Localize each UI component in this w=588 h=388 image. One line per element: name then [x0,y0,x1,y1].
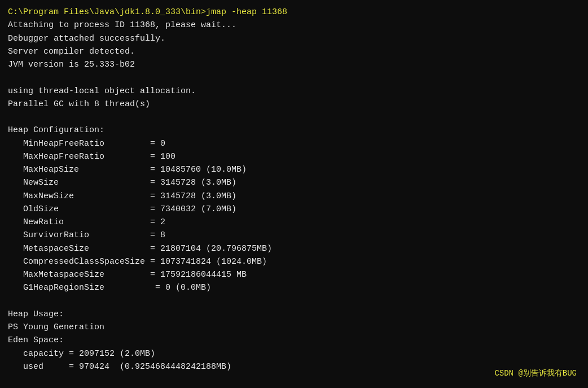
max-heap-size-line: MaxHeapSize = 10485760 (10.0MB) [8,163,580,176]
thread-alloc-line: using thread-local object allocation. [8,85,580,98]
parallel-line: Parallel GC with 8 thread(s) [8,98,580,111]
server-line: Server compiler detected. [8,45,580,58]
heap-config-line: Heap Configuration: [8,124,580,137]
ps-young-line: PS Young Generation [8,321,580,334]
new-size-line: NewSize = 3145728 (3.0MB) [8,176,580,189]
max-metaspace-line: MaxMetaspaceSize = 17592186044415 MB [8,268,580,281]
terminal-window: C:\Program Files\Java\jdk1.8.0_333\bin>j… [0,0,588,388]
eden-space-line: Eden Space: [8,334,580,347]
empty-1 [8,71,580,84]
max-new-size-line: MaxNewSize = 3145728 (3.0MB) [8,190,580,203]
compressed-class-line: CompressedClassSpaceSize = 1073741824 (1… [8,255,580,268]
old-size-line: OldSize = 7340032 (7.0MB) [8,203,580,216]
survivor-ratio-line: SurvivorRatio = 8 [8,229,580,242]
jvm-line: JVM version is 25.333-b02 [8,58,580,71]
attach-line: Attaching to process ID 11368, please wa… [8,19,580,32]
new-ratio-line: NewRatio = 2 [8,216,580,229]
heap-usage-line: Heap Usage: [8,308,580,321]
max-heap-ratio-line: MaxHeapFreeRatio = 100 [8,150,580,163]
debugger-line: Debugger attached successfully. [8,32,580,45]
capacity-line: capacity = 2097152 (2.0MB) [8,347,580,360]
metaspace-size-line: MetaspaceSize = 21807104 (20.796875MB) [8,242,580,255]
empty-3 [8,295,580,308]
watermark: CSDN @别告诉我有BUG [494,368,577,380]
g1-heap-line: G1HeapRegionSize = 0 (0.0MB) [8,281,580,294]
empty-2 [8,111,580,124]
command-line: C:\Program Files\Java\jdk1.8.0_333\bin>j… [8,6,580,19]
min-heap-line: MinHeapFreeRatio = 0 [8,137,580,150]
